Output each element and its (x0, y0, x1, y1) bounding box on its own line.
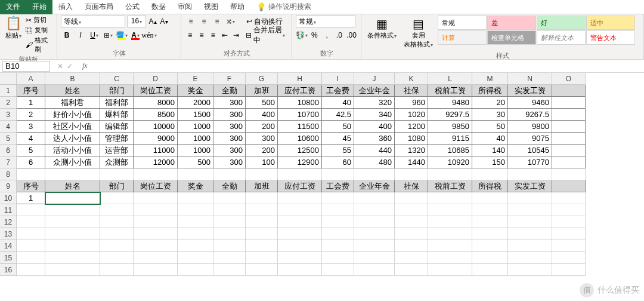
cell-styles-gallery[interactable]: 常规差好适中计算检查单元格解释性文本警告文本 (438, 16, 635, 45)
cell[interactable] (213, 264, 246, 276)
cell[interactable] (178, 216, 213, 228)
cell[interactable] (322, 240, 354, 252)
row-header[interactable]: 9 (0, 180, 17, 192)
col-header[interactable]: L (428, 73, 472, 85)
cell[interactable] (354, 252, 395, 264)
underline-button[interactable]: U (88, 29, 100, 41)
cell[interactable]: 众测部 (100, 156, 134, 168)
col-header[interactable]: H (278, 73, 322, 85)
cell[interactable]: 9460 (508, 97, 552, 109)
cell[interactable]: 1080 (395, 133, 428, 145)
cell[interactable] (552, 133, 586, 145)
cell[interactable] (428, 192, 472, 204)
cell[interactable]: 编辑部 (100, 121, 134, 133)
cell[interactable]: 税前工资 (428, 85, 472, 97)
cell[interactable]: 爆料部 (100, 109, 134, 121)
cell[interactable]: 部门 (100, 85, 134, 97)
cell[interactable] (100, 252, 134, 264)
cell[interactable] (354, 216, 395, 228)
cell[interactable]: 9800 (508, 121, 552, 133)
row-header[interactable]: 14 (0, 240, 17, 252)
cell[interactable] (552, 145, 586, 156)
cell[interactable] (322, 252, 354, 264)
select-all-corner[interactable] (0, 73, 17, 85)
cell[interactable] (552, 180, 586, 192)
font-family-select[interactable]: 等线 (61, 16, 125, 27)
cell[interactable] (17, 240, 45, 252)
cell[interactable]: 11500 (278, 121, 322, 133)
cell[interactable] (213, 168, 246, 180)
cell[interactable]: 10545 (508, 145, 552, 156)
cell[interactable]: 1000 (178, 121, 213, 133)
cell[interactable]: 40 (472, 133, 508, 145)
fx-icon[interactable]: fx (82, 62, 88, 70)
cell[interactable] (552, 168, 586, 180)
tab-审阅[interactable]: 审阅 (172, 0, 198, 14)
cell[interactable]: 企业年金 (354, 85, 395, 97)
cell[interactable] (213, 192, 246, 204)
cell[interactable]: 9000 (134, 133, 178, 145)
cell[interactable] (552, 85, 586, 97)
cell[interactable]: 达人小小值 (45, 133, 100, 145)
cell[interactable] (213, 240, 246, 252)
cell[interactable] (100, 192, 134, 204)
col-header[interactable]: C (100, 73, 134, 85)
cell[interactable]: 400 (354, 121, 395, 133)
cell[interactable] (213, 252, 246, 264)
align-center-button[interactable]: ≡ (196, 29, 206, 41)
cell[interactable] (354, 264, 395, 276)
cell[interactable]: 300 (213, 109, 246, 121)
cell[interactable] (100, 168, 134, 180)
conditional-format-button[interactable]: ▦ 条件格式 (365, 16, 399, 41)
cell[interactable]: 好价小小值 (45, 109, 100, 121)
cell[interactable]: 300 (213, 121, 246, 133)
accounting-button[interactable]: 💱 (296, 29, 308, 41)
cell[interactable] (213, 204, 246, 216)
cell[interactable] (322, 168, 354, 180)
cell[interactable]: 9480 (428, 97, 472, 109)
cell[interactable] (472, 264, 508, 276)
cell[interactable]: 10685 (428, 145, 472, 156)
cell[interactable]: 300 (213, 97, 246, 109)
cell[interactable]: 320 (354, 97, 395, 109)
cell[interactable] (354, 192, 395, 204)
decrease-decimal-button[interactable]: .00 (346, 29, 357, 41)
cell[interactable]: 10700 (278, 109, 322, 121)
row-header[interactable]: 2 (0, 97, 17, 109)
font-color-button[interactable]: A (129, 29, 141, 41)
cell[interactable]: 55 (322, 145, 354, 156)
cell[interactable]: 奖金 (178, 85, 213, 97)
cell[interactable]: 9297.5 (428, 109, 472, 121)
cell[interactable] (322, 216, 354, 228)
cell[interactable]: 10800 (278, 97, 322, 109)
cell[interactable] (552, 97, 586, 109)
cell[interactable]: 序号 (17, 85, 45, 97)
cell[interactable]: 42.5 (322, 109, 354, 121)
col-header[interactable]: N (508, 73, 552, 85)
cell[interactable]: 960 (395, 97, 428, 109)
cell[interactable] (322, 228, 354, 240)
cell[interactable] (354, 204, 395, 216)
style-cell[interactable]: 计算 (438, 30, 487, 45)
cell[interactable]: 2 (17, 109, 45, 121)
copy-button[interactable]: ⿻复制 (26, 26, 53, 35)
format-painter-button[interactable]: 🖌格式刷 (26, 36, 53, 54)
cell[interactable] (472, 252, 508, 264)
cell[interactable]: 活动小小值 (45, 145, 100, 156)
style-cell[interactable]: 检查单元格 (487, 30, 536, 45)
cell[interactable]: 1440 (395, 156, 428, 168)
col-header[interactable]: O (552, 73, 586, 85)
tell-me[interactable]: 💡 操作说明搜索 (250, 0, 317, 14)
tab-视图[interactable]: 视图 (198, 0, 224, 14)
cell[interactable] (134, 264, 178, 276)
row-header[interactable]: 5 (0, 133, 17, 145)
cell[interactable] (428, 264, 472, 276)
cell[interactable]: 1020 (395, 109, 428, 121)
cell[interactable] (246, 240, 278, 252)
name-box[interactable] (2, 61, 50, 72)
cell[interactable] (178, 264, 213, 276)
percent-button[interactable]: % (309, 29, 320, 41)
tab-file[interactable]: 文件 (0, 0, 26, 14)
cell[interactable]: 150 (472, 156, 508, 168)
cell[interactable]: 全勤 (213, 180, 246, 192)
